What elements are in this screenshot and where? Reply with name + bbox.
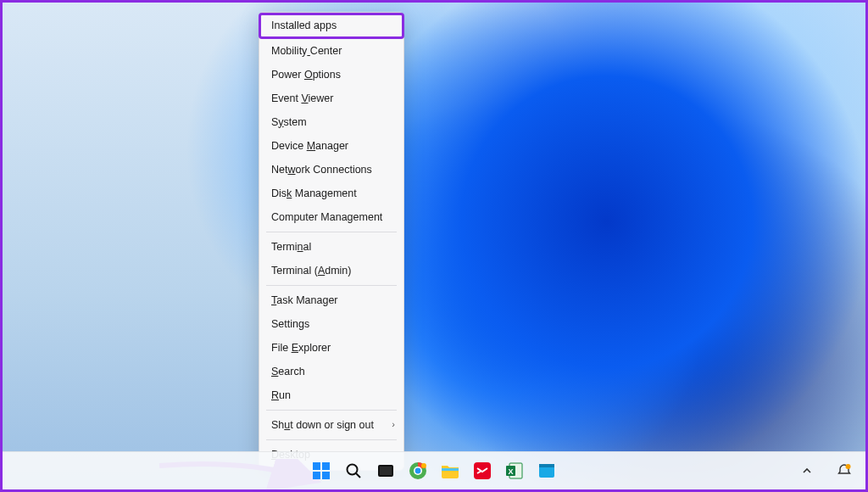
menu-separator — [266, 232, 397, 232]
chrome-button[interactable] — [405, 458, 431, 484]
taskview-button[interactable] — [373, 458, 398, 484]
menu-item-label: Mobility Center — [271, 45, 342, 57]
start-context-menu: Installed appsMobility CenterPower Optio… — [259, 12, 404, 471]
svg-rect-1 — [322, 462, 330, 470]
menu-item-terminal-admin-[interactable]: Terminal (Admin) — [259, 259, 403, 282]
menu-item-file-explorer[interactable]: File Explorer — [259, 336, 403, 360]
menu-item-event-viewer[interactable]: Event Viewer — [259, 87, 403, 110]
menu-item-network-connections[interactable]: Network Connections — [259, 158, 403, 182]
excel-icon: X — [505, 461, 524, 480]
menu-item-label: Terminal — [271, 241, 311, 253]
svg-line-5 — [356, 473, 360, 478]
taskbar: X — [3, 451, 865, 489]
svg-point-18 — [846, 464, 851, 469]
chevron-right-icon: › — [392, 417, 395, 432]
menu-item-shut-down-or-sign-out[interactable]: Shut down or sign out› — [259, 413, 403, 437]
menu-item-label: System — [271, 116, 307, 128]
menu-separator — [266, 439, 397, 440]
menu-item-label: Terminal (Admin) — [271, 265, 351, 277]
svg-point-10 — [421, 463, 426, 468]
edge-icon — [537, 461, 556, 480]
menu-item-system[interactable]: System — [259, 110, 403, 134]
svg-rect-0 — [313, 462, 320, 470]
svg-point-9 — [415, 468, 421, 474]
menu-item-label: Search — [271, 366, 305, 377]
overflow-icon — [801, 465, 813, 477]
search-button[interactable] — [341, 458, 366, 484]
menu-item-computer-management[interactable]: Computer Management — [259, 205, 403, 229]
menu-item-label: Settings — [271, 318, 309, 330]
menu-separator — [266, 285, 397, 286]
menu-item-label: Installed apps — [271, 20, 337, 31]
svg-rect-2 — [313, 472, 320, 479]
menu-item-label: Network Connections — [271, 164, 372, 176]
chrome-icon — [409, 461, 427, 480]
taskbar-center: X — [309, 452, 559, 489]
notifications-icon — [837, 463, 852, 478]
menu-item-disk-management[interactable]: Disk Management — [259, 182, 403, 205]
menu-item-settings[interactable]: Settings — [259, 312, 403, 336]
start-button[interactable] — [309, 458, 334, 484]
menu-item-installed-apps[interactable]: Installed apps — [259, 13, 404, 39]
notifications-button[interactable] — [832, 458, 857, 484]
taskbar-tray — [794, 452, 857, 489]
menu-item-search[interactable]: Search — [259, 360, 403, 383]
start-icon — [312, 461, 331, 480]
menu-item-label: File Explorer — [271, 342, 331, 354]
menu-item-power-options[interactable]: Power Options — [259, 63, 403, 87]
mail-icon — [473, 461, 492, 480]
svg-rect-11 — [442, 468, 459, 471]
excel-button[interactable]: X — [502, 458, 527, 484]
mail-button[interactable] — [470, 458, 495, 484]
svg-text:X: X — [508, 467, 513, 476]
taskview-icon — [377, 462, 394, 479]
menu-item-task-manager[interactable]: Task Manager — [259, 288, 403, 312]
menu-item-mobility-center[interactable]: Mobility Center — [259, 39, 403, 63]
menu-item-terminal[interactable]: Terminal — [259, 235, 403, 259]
explorer-icon — [441, 462, 459, 479]
svg-rect-17 — [539, 464, 554, 467]
menu-item-label: Run — [271, 389, 291, 401]
menu-item-label: Device Manager — [271, 140, 348, 152]
menu-item-label: Disk Management — [271, 187, 357, 199]
svg-rect-3 — [322, 472, 330, 479]
svg-point-4 — [348, 465, 358, 475]
svg-rect-6 — [379, 466, 392, 476]
menu-item-label: Task Manager — [271, 294, 338, 306]
menu-item-label: Computer Management — [271, 211, 382, 223]
tray-overflow-button[interactable] — [794, 458, 820, 484]
menu-item-label: Event Viewer — [271, 92, 333, 104]
menu-item-device-manager[interactable]: Device Manager — [259, 134, 403, 158]
edge-button[interactable] — [534, 458, 559, 484]
menu-item-label: Power Options — [271, 69, 341, 81]
explorer-button[interactable] — [437, 458, 463, 484]
menu-item-label: Shut down or sign out — [271, 419, 374, 431]
search-icon — [345, 462, 362, 479]
desktop-wallpaper — [3, 3, 865, 489]
menu-separator — [266, 410, 397, 411]
menu-item-run[interactable]: Run — [259, 383, 403, 407]
